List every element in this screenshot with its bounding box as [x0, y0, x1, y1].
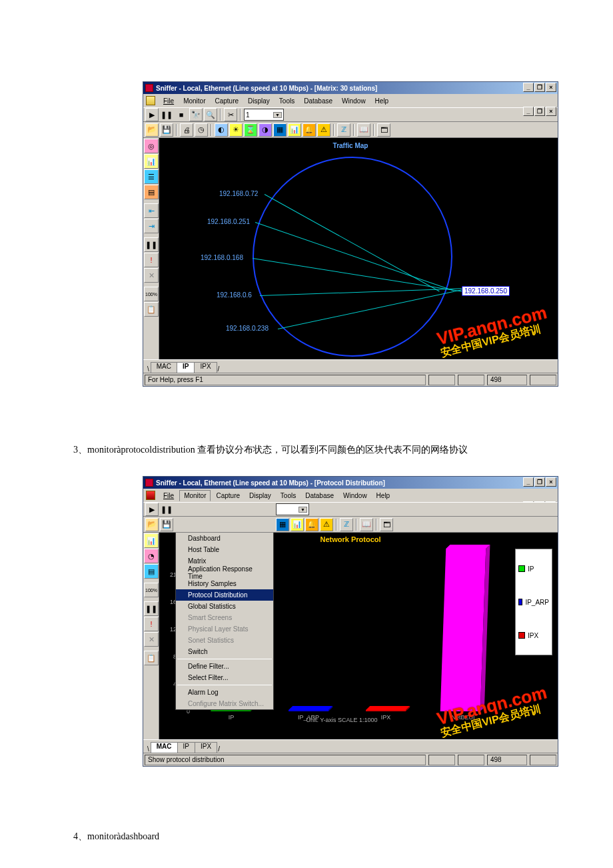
tab-mac[interactable]: MAC	[151, 362, 177, 373]
bar-ip_arp[interactable]	[289, 710, 328, 711]
matrix-icon[interactable]: ☀	[229, 123, 243, 137]
adapter-dropdown[interactable]: 1	[244, 109, 284, 121]
pie-view-icon[interactable]: ◔	[144, 549, 159, 563]
print-icon[interactable]: 🖨	[180, 123, 193, 137]
tab-ip[interactable]: IP	[177, 362, 195, 373]
open-icon[interactable]: 📂	[145, 518, 159, 531]
menu-item-history-samples[interactable]: History Samples	[176, 578, 273, 589]
addrbook-icon[interactable]: 📖	[360, 518, 373, 531]
menu-display[interactable]: Display	[244, 96, 274, 106]
play-button[interactable]: ▶	[145, 503, 159, 516]
tab-ipx[interactable]: IPX	[195, 742, 217, 753]
play-button[interactable]: ▶	[145, 108, 159, 121]
node-label[interactable]: 192.168.0.238	[226, 325, 269, 332]
node-label[interactable]: 192.168.0.251	[207, 218, 250, 225]
bar-ipx[interactable]	[366, 710, 406, 711]
out-icon[interactable]: ⇥	[144, 219, 159, 233]
alarm-icon[interactable]: ⚠	[317, 123, 330, 137]
mdi-minimize[interactable]: _	[523, 107, 534, 116]
menu-tools[interactable]: Tools	[277, 491, 300, 501]
menu-tools[interactable]: Tools	[275, 96, 299, 106]
menu-item-application-response-time[interactable]: Application Response Time	[176, 567, 273, 578]
export-icon[interactable]: 📋	[144, 302, 159, 317]
cut-icon[interactable]: ✂	[224, 108, 237, 121]
pause-icon[interactable]: ❚❚	[144, 237, 159, 252]
restore-button[interactable]: ❐	[534, 477, 545, 487]
detail-view-icon[interactable]: ▤	[144, 185, 159, 199]
history-icon[interactable]: ◑	[259, 123, 272, 137]
menu-monitor[interactable]: Monitor	[179, 490, 211, 501]
menu-database[interactable]: Database	[301, 491, 338, 501]
options-icon[interactable]: 🗔	[377, 123, 390, 137]
menu-item-switch[interactable]: Switch	[176, 646, 273, 657]
delete-icon[interactable]: ✕	[144, 268, 159, 283]
zoom100-icon[interactable]: 100%	[144, 583, 159, 597]
find-icon[interactable]: 🔍	[204, 108, 217, 121]
export-icon[interactable]: 📋	[144, 651, 159, 665]
adapter-dropdown[interactable]	[276, 503, 309, 515]
pause-button[interactable]: ❚❚	[160, 108, 173, 121]
menu-capture[interactable]: Capture	[212, 491, 244, 501]
options-icon[interactable]: 🗔	[380, 518, 393, 531]
info-icon[interactable]: !	[144, 253, 159, 267]
stop-button[interactable]: ■	[175, 108, 188, 121]
menu-window[interactable]: Window	[339, 491, 371, 501]
close-button[interactable]: ×	[546, 477, 556, 487]
menu-item-define-filter-[interactable]: Define Filter...	[176, 661, 273, 672]
mdi-restore[interactable]: ❐	[534, 107, 545, 116]
node-label[interactable]: 192.168.0.168	[201, 254, 243, 261]
binoculars-icon[interactable]: 🔭	[189, 108, 203, 121]
info-icon[interactable]: !	[144, 617, 159, 631]
table-view-icon[interactable]: ▤	[144, 564, 159, 579]
menu-item-alarm-log[interactable]: Alarm Log	[176, 687, 273, 698]
filter-icon[interactable]: ℤ	[340, 518, 353, 531]
dashboard-icon[interactable]: ◷	[195, 123, 208, 137]
protocol-icon[interactable]: ▦	[273, 123, 287, 137]
bar-view-icon[interactable]: 📊	[144, 154, 159, 169]
menu-item-select-filter-[interactable]: Select Filter...	[176, 672, 273, 683]
zoom100-icon[interactable]: 100%	[144, 287, 159, 301]
global-icon[interactable]: 📊	[291, 518, 304, 531]
addrbook-icon[interactable]: 📖	[357, 123, 370, 137]
titlebar[interactable]: Sniffer - Local, Ethernet (Line speed at…	[143, 82, 558, 94]
filter-icon[interactable]: ℤ	[337, 123, 350, 137]
menu-item-host-table[interactable]: Host Table	[176, 544, 273, 555]
node-label[interactable]: 192.168.0.6	[217, 291, 252, 299]
delete-icon[interactable]: ✕	[144, 632, 159, 647]
switch-icon[interactable]: 🔔	[305, 518, 318, 531]
node-target[interactable]: 192.168.0.250	[462, 286, 510, 296]
minimize-button[interactable]: _	[523, 83, 534, 92]
menu-item-global-statistics[interactable]: Global Statistics	[176, 601, 273, 612]
protocol-icon[interactable]: ▦	[276, 518, 289, 531]
minimize-button[interactable]: _	[523, 477, 534, 487]
tab-mac[interactable]: MAC	[151, 742, 178, 753]
switch-icon[interactable]: 🔔	[303, 123, 316, 137]
open-icon[interactable]: 📂	[145, 123, 159, 137]
menu-monitor[interactable]: Monitor	[179, 96, 209, 106]
menu-window[interactable]: Window	[338, 96, 370, 106]
pause-button[interactable]: ❚❚	[160, 503, 173, 516]
art-icon[interactable]: ⌛	[244, 123, 257, 137]
save-icon[interactable]: 💾	[160, 518, 173, 531]
tab-ipx[interactable]: IPX	[194, 362, 217, 373]
menu-file[interactable]: File	[159, 491, 178, 501]
menu-capture[interactable]: Capture	[211, 96, 243, 106]
menu-help[interactable]: Help	[372, 491, 394, 501]
alarm-icon[interactable]: ⚠	[320, 518, 333, 531]
save-icon[interactable]: 💾	[160, 123, 173, 137]
tab-ip[interactable]: IP	[177, 742, 195, 753]
menu-item-protocol-distribution[interactable]: Protocol Distribution	[176, 589, 273, 601]
pause-icon[interactable]: ❚❚	[144, 601, 159, 616]
in-icon[interactable]: ⇤	[144, 203, 159, 218]
global-icon[interactable]: 📊	[288, 123, 301, 137]
restore-button[interactable]: ❐	[534, 83, 545, 92]
node-label[interactable]: 192.168.0.72	[219, 190, 258, 197]
menu-help[interactable]: Help	[371, 96, 393, 106]
mdi-close[interactable]: ×	[546, 107, 556, 116]
close-button[interactable]: ×	[546, 83, 556, 92]
bar-netbeui[interactable]	[440, 549, 486, 711]
outline-view-icon[interactable]: ☰	[144, 169, 159, 184]
menu-item-dashboard[interactable]: Dashboard	[176, 533, 273, 544]
menu-display[interactable]: Display	[245, 491, 275, 501]
menu-file[interactable]: File	[159, 96, 178, 106]
